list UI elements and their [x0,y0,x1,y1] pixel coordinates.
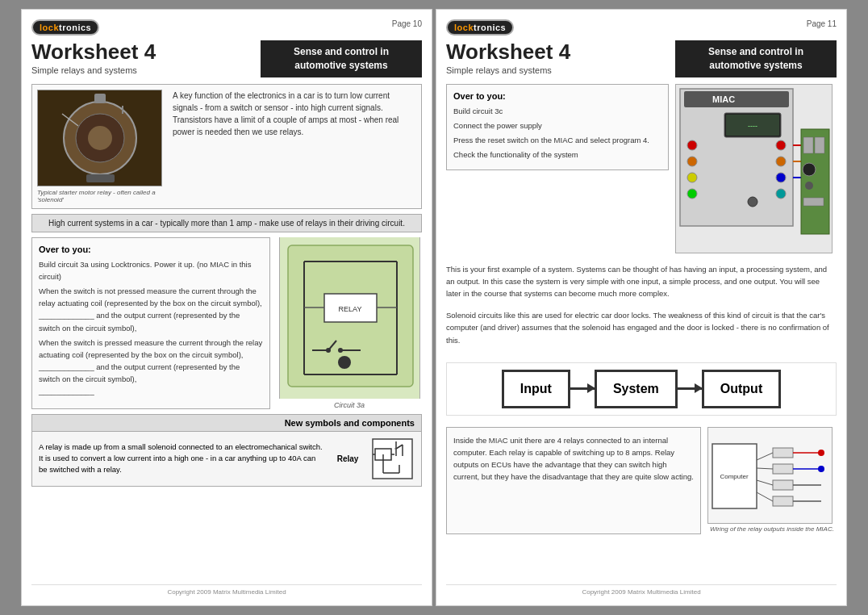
svg-point-47 [687,173,697,182]
worksheet-subtitle-p10: Simple relays and systems [31,65,261,75]
svg-point-49 [776,140,786,150]
circuit3a-diagram: RELAY [279,237,420,399]
svg-point-51 [776,173,786,182]
list-item: Build circuit 3c [453,105,661,117]
content-p11: Over to you: Build circuit 3c Connect th… [446,84,837,578]
footer-p10: Copyright 2009 Matrix Multimedia Limited [31,584,422,596]
worksheet-banner-p10: Sense and control inautomotive systems [261,40,422,77]
system-diagram: Input System Output [446,362,837,416]
over-to-you-title-p11: Over to you: [453,91,661,101]
miac-diagram-box: MIAC ---- [675,84,833,253]
list-item: Connect the power supply [453,119,661,132]
intro-text-p10: A key function of the electronics in a c… [173,90,416,203]
list-item: When the switch is not pressed measure t… [39,285,263,334]
wiring-diagram-box: Computer [707,427,833,524]
page-number-p11: Page 11 [807,19,837,28]
relay-image-block: Typical starter motor relay - often call… [37,90,166,203]
circuit3a-box: RELAY [277,237,422,409]
svg-rect-68 [773,464,793,474]
page-11-header: locktronics Page 11 [446,19,837,36]
svg-rect-69 [773,480,793,490]
over-to-you-box-p10: Over to you: Build circuit 3a using Lock… [31,237,270,409]
worksheet-title-p10: Worksheet 4 [31,40,261,64]
new-symbols-text: A relay is made up from a small solenoid… [39,441,325,476]
p11-left-content: Over to you: Build circuit 3c Connect th… [446,84,669,253]
svg-text:Computer: Computer [720,473,748,480]
worksheet-subtitle-p11: Simple relays and systems [446,65,675,75]
body-text-1-p11: This is your first example of a system. … [446,263,837,300]
system-arrow-1 [570,387,595,390]
svg-point-15 [326,348,331,353]
p11-bottom-row: Inside the MIAC unit there are 4 relays … [446,427,837,534]
svg-point-23 [338,356,351,369]
system-arrow-2 [678,387,702,390]
over-to-you-section-p10: Over to you: Build circuit 3a using Lock… [31,237,422,409]
list-item: Build circuit 3a using Locktronics. Powe… [39,258,263,282]
svg-text:----: ---- [748,122,757,130]
svg-rect-39 [680,89,793,226]
p11-right-diagram: MIAC ---- [675,84,837,253]
circuit3a-caption: Circuit 3a [334,401,365,409]
p11-bottom-left: Inside the MIAC unit there are 4 relays … [446,427,701,534]
p11-bottom-right: Computer [707,427,837,534]
pages-container: locktronics Page 10 Worksheet 4 Simple r… [21,9,847,606]
svg-point-3 [88,126,112,150]
image-text-row-p10: Typical starter motor relay - often call… [31,84,422,209]
relay-symbol-svg [370,437,415,481]
worksheet-title-block-p11: Worksheet 4 Simple relays and systems [446,40,675,77]
page-10-header: locktronics Page 10 [31,19,422,36]
svg-rect-67 [773,448,793,458]
worksheet-header-p10: Worksheet 4 Simple relays and systems Se… [31,40,422,77]
svg-point-16 [338,348,343,353]
over-to-you-list-p10: Build circuit 3a using Locktronics. Powe… [39,258,263,398]
svg-rect-59 [815,137,824,153]
list-item: Press the reset switch on the MIAC and s… [453,134,661,146]
relay-label: Relay [332,454,364,463]
svg-point-46 [687,157,697,166]
svg-rect-62 [803,198,824,206]
relay-photo-svg [38,90,161,186]
svg-rect-70 [773,496,793,506]
page-10: locktronics Page 10 Worksheet 4 Simple r… [21,9,432,606]
svg-point-45 [687,140,697,150]
svg-point-52 [776,189,786,199]
miac-svg: MIAC ---- [676,85,833,253]
system-process-box: System [595,370,678,408]
worksheet-header-p11: Worksheet 4 Simple relays and systems Se… [446,40,837,77]
svg-point-61 [805,182,813,190]
list-item: Check the functionality of the system [453,149,661,161]
logo-badge-p10: locktronics [31,19,99,36]
svg-point-50 [776,157,786,166]
new-symbols-section: New symbols and components A relay is ma… [31,414,422,487]
svg-rect-5 [86,174,115,182]
bottom-text-p11: Inside the MIAC unit there are 4 relays … [453,434,694,483]
worksheet-title-p11: Worksheet 4 [446,40,675,64]
new-symbols-title: New symbols and components [32,415,421,432]
footer-p11: Copyright 2009 Matrix Multimedia Limited [446,584,837,596]
worksheet-title-block-p10: Worksheet 4 Simple relays and systems [31,40,261,77]
info-bar-p10: High current systems in a car - typicall… [31,214,422,232]
over-to-you-list-p11: Build circuit 3c Connect the power suppl… [453,105,661,161]
svg-rect-58 [803,137,813,153]
svg-text:RELAY: RELAY [338,305,361,313]
over-to-you-box-p11: Over to you: Build circuit 3c Connect th… [446,84,669,171]
logo-badge-p11: locktronics [446,19,514,36]
circuit3a-svg: RELAY [280,237,419,399]
system-output-box: Output [702,370,781,408]
svg-rect-4 [94,94,106,103]
body-text-2-p11: Solenoid circuits like this are used for… [446,309,837,346]
content-p10: Typical starter motor relay - often call… [31,84,422,578]
over-to-you-title-p10: Over to you: [39,245,263,254]
relay-image-caption: Typical starter motor relay - often call… [37,189,166,203]
system-input-box: Input [502,370,570,408]
wiring-caption: Wiring of the relay outputs inside the M… [707,524,837,534]
svg-rect-40 [684,91,789,107]
page-number-p10: Page 10 [392,19,422,28]
new-symbols-content: A relay is made up from a small solenoid… [32,432,421,486]
svg-point-48 [687,189,697,199]
wiring-svg: Computer [708,428,833,524]
svg-point-53 [748,197,757,207]
p11-top-row: Over to you: Build circuit 3c Connect th… [446,84,837,253]
worksheet-banner-p11: Sense and control inautomotive systems [675,40,837,77]
page-11: locktronics Page 11 Worksheet 4 Simple r… [436,9,847,606]
